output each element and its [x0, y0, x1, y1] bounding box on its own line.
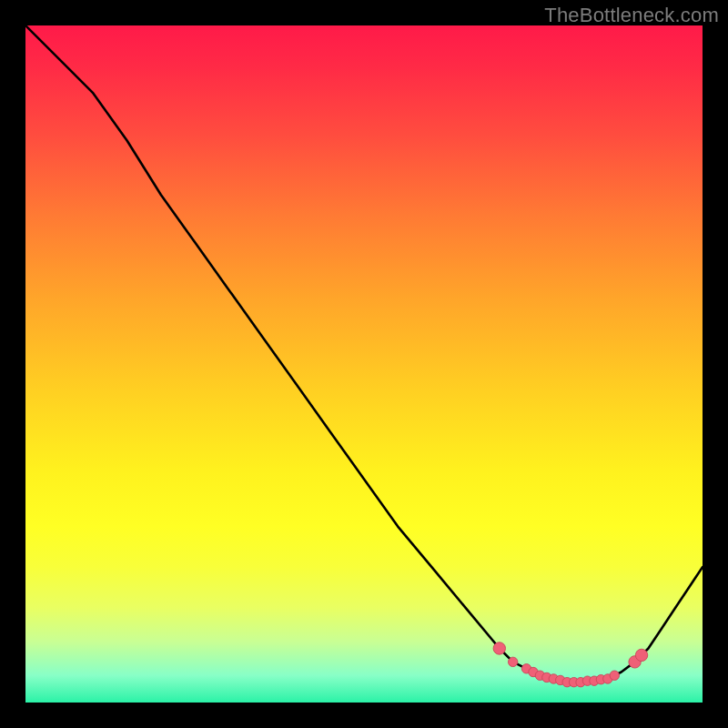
curve-markers: [493, 642, 648, 687]
curve-marker: [508, 657, 517, 666]
curve-marker: [635, 649, 647, 661]
attribution-label: TheBottleneck.com: [544, 4, 719, 27]
curve-marker: [610, 671, 619, 680]
bottleneck-curve: [25, 25, 703, 682]
curve-marker: [493, 642, 505, 654]
curve-layer: [25, 25, 703, 703]
chart-frame: TheBottleneck.com: [0, 0, 728, 728]
